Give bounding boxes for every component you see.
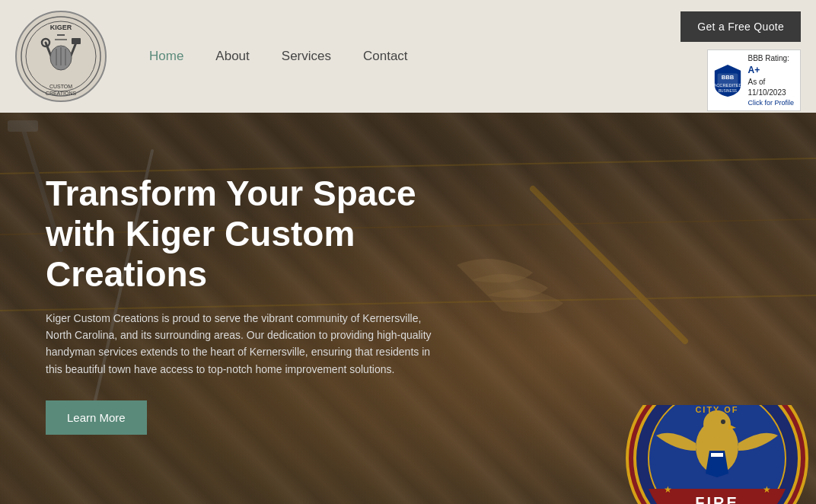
svg-rect-8 [72, 38, 81, 44]
svg-rect-34 [711, 453, 723, 457]
nav-services[interactable]: Services [269, 43, 343, 70]
svg-point-32 [703, 410, 731, 438]
nav-about[interactable]: About [203, 43, 261, 70]
hero-title: Transform Your Space with Kiger Custom C… [46, 174, 487, 295]
header: KIGER CUSTOM CREATIONS [0, 0, 816, 113]
svg-text:FIRE: FIRE [695, 494, 739, 504]
svg-text:CREATIONS: CREATIONS [46, 91, 77, 96]
nav-contact[interactable]: Contact [351, 43, 420, 70]
logo-area: KIGER CUSTOM CREATIONS [15, 11, 107, 102]
bbb-rating-value: A+ [747, 65, 760, 75]
svg-text:BBB: BBB [722, 74, 735, 81]
main-nav: Home About Services Contact [137, 43, 420, 70]
bbb-logo: BBB ACCREDITED BUSINESS [714, 65, 741, 97]
svg-point-33 [721, 419, 725, 424]
bbb-date-label: As of [747, 77, 794, 88]
nav-home[interactable]: Home [137, 43, 196, 70]
logo-circle: KIGER CUSTOM CREATIONS [15, 11, 107, 102]
fire-emblem: FIRE CITY OF ★ ★ [626, 405, 808, 504]
bbb-badge[interactable]: BBB ACCREDITED BUSINESS BBB Rating: A+ A… [707, 49, 801, 111]
svg-text:★: ★ [763, 484, 771, 495]
bbb-click-label[interactable]: Click for Profile [747, 98, 794, 108]
svg-text:ACCREDITED: ACCREDITED [714, 82, 741, 87]
svg-text:★: ★ [664, 484, 672, 495]
bbb-info: BBB Rating: A+ As of 11/10/2023 Click fo… [747, 53, 794, 107]
hero-description: Kiger Custom Creations is proud to serve… [46, 310, 441, 378]
svg-line-27 [533, 189, 685, 341]
learn-more-button[interactable]: Learn More [46, 400, 147, 435]
svg-text:CITY OF: CITY OF [695, 405, 738, 414]
svg-text:CUSTOM: CUSTOM [49, 84, 72, 89]
bbb-rating-label: BBB Rating: [747, 53, 794, 64]
quote-button[interactable]: Get a Free Quote [681, 11, 801, 42]
hero-section: Transform Your Space with Kiger Custom C… [0, 113, 816, 504]
emblem-container: FIRE CITY OF ★ ★ [610, 405, 816, 504]
svg-text:BUSINESS: BUSINESS [719, 89, 737, 93]
bbb-date-value: 11/10/2023 [747, 88, 794, 98]
hero-content: Transform Your Space with Kiger Custom C… [0, 113, 533, 465]
svg-text:KIGER: KIGER [50, 24, 72, 31]
